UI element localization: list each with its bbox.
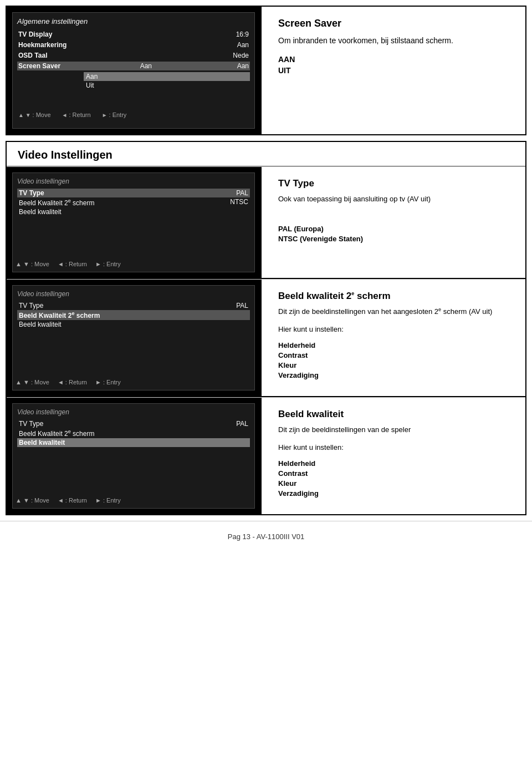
screen-saver-current: Aan: [237, 62, 249, 70]
submenu-aan: Aan: [84, 72, 250, 81]
vt3-item-bk2: Beeld Kwaliteit 2e scherm: [17, 428, 250, 438]
vt3-bk2-label: Beeld Kwaliteit 2e scherm: [19, 429, 94, 438]
vt3-item-tvtype: TV Type PAL: [17, 419, 250, 428]
menu-item-osd-taal: OSD Taal Nede: [17, 51, 250, 60]
bk-info-desc1: Dit zijn de beeldinstellingen van de spe…: [278, 424, 509, 435]
bk-option-helderheid: Helderheid: [278, 459, 509, 468]
vt1-bk-label: Beeld kwaliteit: [19, 208, 62, 216]
nav-return-ss: ◄ : Return: [62, 111, 91, 118]
screen-saver-section: Algemene instellingen TV Display 16:9 Ho…: [6, 6, 526, 135]
submenu-options: Aan Uit: [84, 72, 250, 90]
entry-arrow-ss: ►: [102, 112, 108, 118]
vt2-nav-entry: ► : Entry: [95, 379, 121, 385]
vt1-nav-return: ◄ : Return: [58, 261, 87, 267]
hoekmarkering-label: Hoekmarkering: [18, 41, 66, 49]
tv-display-value: 16:9: [236, 31, 249, 38]
vt3-bk-label: Beeld kwaliteit: [19, 439, 65, 447]
bk2-option-helderheid: Helderheid: [278, 341, 509, 349]
hoekmarkering-value: Aan: [237, 41, 249, 49]
nav-move-ss: ▲ ▼ : Move: [18, 111, 51, 118]
tvtype-info-blank: [278, 211, 509, 221]
vt2-nav-move: ▲ ▼ : Move: [16, 379, 49, 385]
vt3-nav-move: ▲ ▼ : Move: [16, 497, 49, 504]
video-screen-bk: Video instellingen TV Type PAL Beeld Kwa…: [7, 398, 262, 514]
bk-info-title: Beeld kwaliteit: [278, 409, 509, 420]
page-container: Algemene instellingen TV Display 16:9 Ho…: [0, 6, 532, 552]
bk2-info-desc2: Hier kunt u instellen:: [278, 324, 509, 335]
footer-text: Pag 13 - AV-1100III V01: [228, 532, 305, 541]
video-screen-tvtype: Video instellingen TV Type PAL Beeld Kwa…: [7, 167, 262, 278]
vt2-item-bk2: Beeld Kwaliteit 2e scherm: [17, 310, 250, 320]
video-screen-bk2: Video instellingen TV Type PAL Beeld Kwa…: [7, 280, 262, 396]
vt3-item-bk: Beeld kwaliteit: [17, 438, 250, 447]
ss-option-uit: UIT: [278, 66, 509, 75]
nav-entry-ss: ► : Entry: [102, 111, 127, 118]
menu-title: Algemene instellingen: [17, 17, 250, 26]
vt1-bk2-val: NTSC: [230, 198, 248, 207]
return-arrow-ss: ◄: [62, 112, 68, 118]
screen-saver-screen: Algemene instellingen TV Display 16:9 Ho…: [7, 7, 262, 134]
video-row-tvtype: Video instellingen TV Type PAL Beeld Kwa…: [7, 166, 525, 279]
vt1-nav-move: ▲ ▼ : Move: [16, 261, 49, 267]
screen-saver-value: Aan: [140, 62, 152, 70]
menu-item-screen-saver: Screen Saver Aan Aan: [17, 62, 250, 70]
video-info-bk: Beeld kwaliteit Dit zijn de beeldinstell…: [262, 398, 525, 514]
vt2-tvtype-label: TV Type: [19, 302, 43, 310]
vt1-item-tvtype: TV Type PAL: [17, 189, 250, 197]
tvtype-option-ntsc: NTSC (Verenigde Staten): [278, 235, 509, 243]
bk-option-contrast: Contrast: [278, 469, 509, 478]
ss-option-aan: AAN: [278, 55, 509, 64]
osd-taal-label: OSD Taal: [18, 52, 47, 59]
vt3-tvtype-val: PAL: [236, 420, 248, 428]
vt1-bk2-label: Beeld Kwaliteit 2e scherm: [19, 198, 94, 207]
vt2-bk2-label: Beeld Kwaliteit 2e scherm: [19, 311, 100, 319]
video-info-bk2: Beeld kwaliteit 2e scherm Dit zijn de be…: [262, 280, 525, 396]
video-info-tvtype: TV Type Ook van toepassing bij aansluiti…: [262, 167, 525, 278]
screen-inner: Algemene instellingen TV Display 16:9 Ho…: [12, 12, 255, 129]
tvtype-info-title: TV Type: [278, 178, 509, 189]
video-row-bk: Video instellingen TV Type PAL Beeld Kwa…: [7, 397, 525, 514]
bk2-option-verzadiging: Verzadiging: [278, 371, 509, 379]
return-label-ss: : Return: [69, 111, 91, 118]
vt1-nav-entry: ► : Entry: [95, 261, 121, 267]
vt3-nav-return: ◄ : Return: [58, 497, 87, 504]
vt2-item-bk: Beeld kwaliteit: [17, 320, 250, 329]
vt3-nav-entry: ► : Entry: [95, 497, 121, 504]
osd-taal-value: Nede: [233, 52, 249, 59]
vt1-menu-title: Video instellingen: [17, 177, 250, 185]
video-section: Video Instellingen Video instellingen TV…: [6, 141, 526, 515]
vt3-nav: ▲ ▼ : Move ◄ : Return ► : Entry: [16, 497, 252, 504]
ss-info-desc: Om inbranden te voorkomen, bij stilstaan…: [278, 35, 509, 47]
bk2-option-kleur: Kleur: [278, 361, 509, 369]
video-row-bk2: Video instellingen TV Type PAL Beeld Kwa…: [7, 279, 525, 397]
vt3-tvtype-label: TV Type: [19, 420, 43, 428]
bk-option-kleur: Kleur: [278, 479, 509, 488]
vt1-tvtype-val: PAL: [236, 189, 248, 197]
tvtype-info-desc1: Ook van toepassing bij aansluiting op tv…: [278, 194, 509, 205]
vt3-menu-title: Video instellingen: [17, 408, 250, 416]
tvtype-option-pal: PAL (Europa): [278, 225, 509, 233]
nav-bar-ss: ▲ ▼ : Move ◄ : Return ► : Entry: [18, 111, 249, 118]
vt1-item-bk: Beeld kwaliteit: [17, 207, 250, 216]
submenu-uit: Uit: [84, 81, 250, 90]
entry-label-ss: : Entry: [109, 111, 127, 118]
vt2-nav: ▲ ▼ : Move ◄ : Return ► : Entry: [16, 379, 252, 385]
screen-saver-info: Screen Saver Om inbranden te voorkomen, …: [262, 7, 525, 134]
video-section-title: Video Instellingen: [7, 142, 525, 166]
video-title-text: Video Instellingen: [18, 149, 112, 161]
vt2-tvtype-val: PAL: [236, 302, 248, 310]
move-arrows-ss: ▲ ▼: [18, 112, 31, 118]
menu-item-hoekmarkering: Hoekmarkering Aan: [17, 40, 250, 49]
bk2-option-contrast: Contrast: [278, 351, 509, 359]
vt2-menu-title: Video instellingen: [17, 290, 250, 298]
screen-saver-label: Screen Saver: [18, 62, 60, 70]
vt1-tvtype-label: TV Type: [19, 189, 44, 197]
vt2-nav-return: ◄ : Return: [58, 379, 87, 385]
vt2-bk-label: Beeld kwaliteit: [19, 321, 62, 328]
move-label-ss: : Move: [33, 111, 51, 118]
page-footer: Pag 13 - AV-1100III V01: [0, 521, 532, 552]
bk-info-desc2: Hier kunt u instellen:: [278, 442, 509, 453]
bk2-info-title: Beeld kwaliteit 2e scherm: [278, 291, 509, 302]
bk-option-verzadiging: Verzadiging: [278, 489, 509, 498]
tv-display-label: TV Display: [18, 31, 52, 38]
